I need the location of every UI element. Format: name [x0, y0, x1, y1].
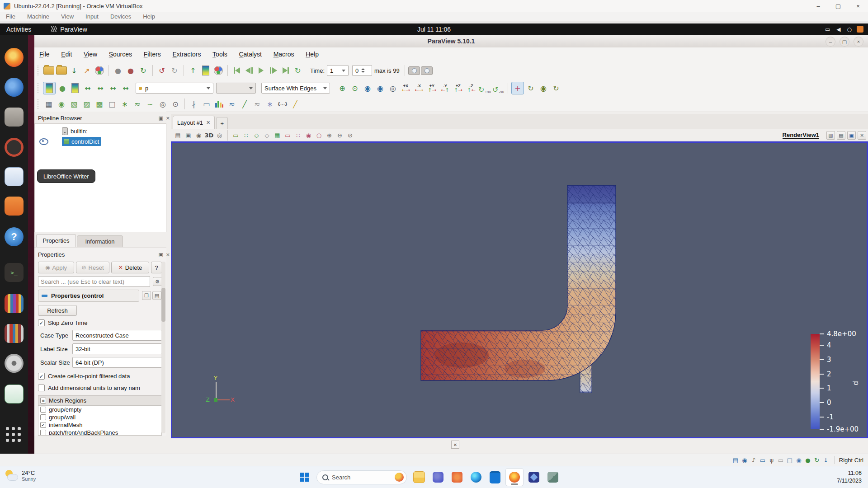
splitter-close-button[interactable]: ✕: [451, 441, 459, 449]
delete-button[interactable]: ✕ Delete: [111, 262, 149, 273]
taskbar-search[interactable]: Search: [316, 470, 407, 484]
dock-libreoffice-writer-icon[interactable]: [5, 167, 24, 186]
properties-group-header[interactable]: Properties (control: [38, 290, 139, 302]
plot-over-time-icon[interactable]: ≈: [226, 98, 238, 110]
first-frame-button[interactable]: [231, 65, 242, 76]
recording-icon[interactable]: ◉: [794, 456, 803, 464]
extract-block-icon[interactable]: ⊙: [170, 98, 181, 110]
menu-filters[interactable]: Filters: [139, 47, 166, 61]
time-combobox[interactable]: 1: [327, 65, 349, 76]
dock-libreoffice-suite-icon[interactable]: [5, 294, 24, 313]
rescale-temporal-range-icon[interactable]: ↔: [107, 82, 119, 94]
cell-to-point-checkbox[interactable]: ✓ Create cell-to-point filtered data: [38, 373, 163, 380]
checkbox-mark[interactable]: ✓: [40, 422, 46, 428]
taskbar-photos[interactable]: [448, 469, 466, 486]
capture-icon[interactable]: ◉: [194, 131, 203, 140]
dock-software-updater-icon[interactable]: [5, 385, 24, 404]
notification-badge-icon[interactable]: [857, 26, 863, 33]
select-block-icon[interactable]: ▦: [273, 131, 282, 140]
rescale-visible-range-icon[interactable]: ↔: [120, 82, 132, 94]
taskbar-teams[interactable]: [429, 469, 447, 486]
edit-colormap2-icon[interactable]: [69, 82, 81, 94]
pv-maximize-button[interactable]: ▢: [840, 37, 849, 47]
maximize-view-icon[interactable]: ▣: [847, 131, 856, 140]
checkbox-mark[interactable]: [40, 430, 46, 436]
label-size-combobox[interactable]: 32-bit: [72, 343, 162, 354]
capture-screenshot-add-icon[interactable]: [421, 65, 433, 76]
pipeline-close-icon[interactable]: ×: [166, 115, 170, 121]
programmable-filter-icon[interactable]: {...}: [277, 98, 288, 110]
screen-share-icon[interactable]: ▭: [825, 26, 830, 33]
dock-media-player-icon[interactable]: [5, 138, 24, 157]
auto-apply-alt-icon[interactable]: ●: [125, 65, 137, 76]
vb-minimize-button[interactable]: –: [808, 0, 828, 12]
ruler-icon[interactable]: ╱: [289, 98, 301, 110]
reset-camera-icon[interactable]: ⊕: [336, 82, 348, 94]
shrink-selection-icon[interactable]: ⊖: [335, 131, 344, 140]
properties-scrollbar[interactable]: [161, 262, 165, 433]
edit-colormap-icon[interactable]: [43, 82, 56, 94]
search-options-gear-icon[interactable]: ⚙: [153, 277, 162, 286]
capture-screenshot-icon[interactable]: [408, 65, 420, 76]
zoom-to-data-icon[interactable]: ⊙: [349, 82, 361, 94]
close-view-icon[interactable]: ×: [858, 131, 866, 140]
camera-orbit-icon[interactable]: ↻: [525, 82, 537, 94]
skip-zero-time-checkbox[interactable]: ✓ Skip Zero Time: [38, 319, 162, 326]
extract-selection-icon[interactable]: ▭: [201, 98, 212, 110]
features-icon[interactable]: ●: [803, 456, 812, 464]
rotate-90-cw-button[interactable]: ↻+90: [478, 82, 491, 94]
mesh-region-row[interactable]: patch/frontAndBackPlanes: [38, 429, 161, 436]
weather-widget[interactable]: 24°C Sunny: [5, 469, 36, 483]
apply-button[interactable]: ◉ Apply: [38, 262, 74, 273]
vb-menu-devices[interactable]: Devices: [104, 13, 137, 20]
select-points-polygon-icon[interactable]: ◇: [262, 131, 272, 140]
taskbar-store[interactable]: [486, 469, 504, 486]
pipeline-popout-icon[interactable]: ▣: [158, 115, 163, 121]
paste-properties-icon[interactable]: ▤: [152, 291, 161, 300]
taskbar-firefox-active[interactable]: [505, 468, 524, 486]
case-type-combobox[interactable]: Reconstructed Case: [72, 330, 162, 341]
search-input[interactable]: [38, 276, 150, 287]
component-combobox[interactable]: [216, 83, 256, 94]
spreadsheet-calculator-icon[interactable]: ▦: [43, 98, 55, 110]
mesh-region-row[interactable]: group/empty: [38, 406, 161, 413]
new-layout-tab-button[interactable]: +: [216, 117, 228, 129]
mesh-regions-header[interactable]: ■ Mesh Regions: [38, 396, 161, 406]
dock-firefox-icon[interactable]: [5, 48, 24, 67]
previous-frame-button[interactable]: [243, 65, 255, 76]
histogram-icon[interactable]: [213, 98, 225, 110]
contour-icon[interactable]: ◉: [56, 98, 67, 110]
menu-help[interactable]: Help: [301, 47, 324, 61]
volume-icon[interactable]: ◀: [836, 26, 840, 33]
pipeline-item-builtin[interactable]: builtin:: [62, 127, 88, 136]
reset-session-icon[interactable]: ↻: [137, 65, 149, 76]
set-view-minus-x-button[interactable]: -X←→: [413, 82, 425, 94]
dock-ubuntu-software-icon[interactable]: [5, 197, 24, 216]
reset-button[interactable]: ⊘ Reset: [76, 262, 109, 273]
tristate-checkbox[interactable]: ■: [40, 398, 46, 404]
hdd-icon[interactable]: ▤: [731, 456, 740, 464]
zoom-icon[interactable]: ◎: [215, 131, 224, 140]
camera-roll-icon[interactable]: ◉: [538, 82, 549, 94]
group-datasets-icon[interactable]: ◎: [157, 98, 169, 110]
close-tab-icon[interactable]: ✕: [206, 120, 210, 126]
display-icon[interactable]: □: [785, 456, 794, 464]
open-recent-icon[interactable]: [56, 65, 67, 76]
refresh-button[interactable]: Refresh: [38, 305, 77, 316]
extract-cells-icon[interactable]: ▩: [94, 98, 105, 110]
select-points-rect-icon[interactable]: ∷: [241, 131, 251, 140]
checkbox-mark[interactable]: [40, 414, 46, 420]
color-legend[interactable]: 4.8e+00 4 3 2 1 0 -1 -1.9e+00 p: [811, 334, 867, 434]
menu-tools[interactable]: Tools: [208, 47, 232, 61]
dimensional-units-checkbox[interactable]: Add dimensional units to array nam: [38, 385, 163, 391]
optical-disc-icon[interactable]: ◉: [740, 456, 749, 464]
save-data-icon[interactable]: ↓: [68, 65, 80, 76]
vb-menu-view[interactable]: View: [55, 13, 80, 20]
dock-show-applications-icon[interactable]: [5, 427, 23, 444]
vb-menu-input[interactable]: Input: [80, 13, 104, 20]
play-button[interactable]: [255, 65, 267, 76]
tab-information[interactable]: Information: [77, 235, 123, 247]
menu-edit[interactable]: Edit: [56, 47, 77, 61]
camera-yaw-icon[interactable]: ↻: [550, 82, 562, 94]
scalar-size-combobox[interactable]: 64-bit (DP): [72, 357, 162, 368]
